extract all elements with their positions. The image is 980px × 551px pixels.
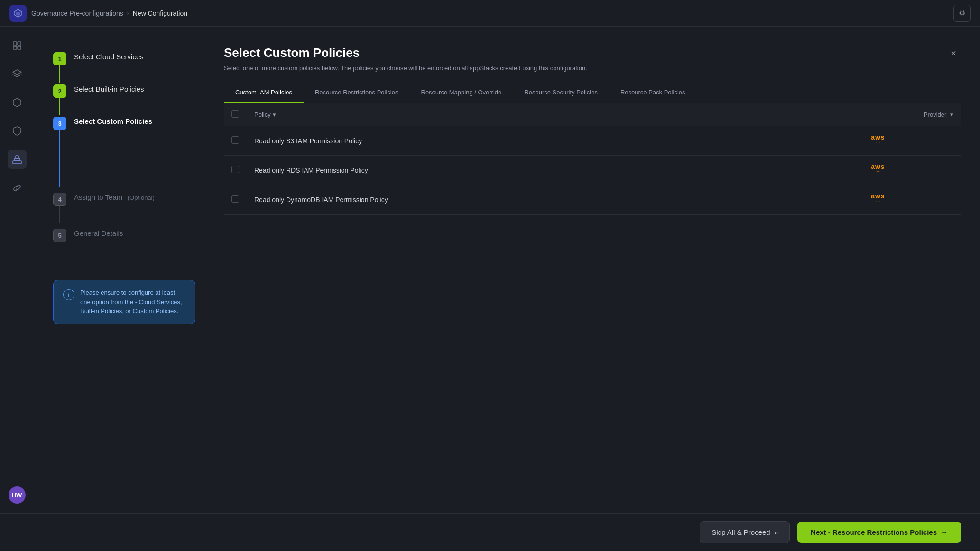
step-4-number: 4 xyxy=(53,193,66,206)
settings-icon: ⚙ xyxy=(959,9,965,18)
policy-tabs: Custom IAM Policies Resource Restriction… xyxy=(224,83,961,103)
policy-table: Policy ▾ Provider ▾ xyxy=(224,103,961,215)
step-1: 1 Select Cloud Services xyxy=(53,50,205,83)
policy-filter-icon[interactable]: ▾ xyxy=(273,111,276,118)
form-area: Select Custom Policies × Select one or m… xyxy=(224,46,961,494)
sidebar-item-link[interactable] xyxy=(8,178,27,197)
step-4-optional: (Optional) xyxy=(128,194,155,201)
row-3-checkbox[interactable] xyxy=(231,195,239,203)
row-2-provider: aws ⌒ xyxy=(795,156,961,185)
step-4-label: Assign to Team xyxy=(74,191,122,201)
form-header: Select Custom Policies × xyxy=(224,46,961,61)
row-1-policy: Read only S3 IAM Permission Policy xyxy=(247,126,795,156)
content-area: 1 Select Cloud Services 2 Select Built-i… xyxy=(34,27,980,513)
row-1-checkbox[interactable] xyxy=(231,136,239,144)
tab-resource-pack[interactable]: Resource Pack Policies xyxy=(609,83,697,103)
user-avatar[interactable]: HW xyxy=(9,486,26,504)
row-2-checkbox[interactable] xyxy=(231,166,239,173)
tab-resource-restrictions[interactable]: Resource Restrictions Policies xyxy=(304,83,410,103)
svg-rect-0 xyxy=(13,42,17,45)
provider-filter-icon[interactable]: ▾ xyxy=(950,111,953,118)
sidebar-item-shield[interactable] xyxy=(8,121,27,140)
svg-rect-4 xyxy=(13,161,21,164)
sidebar-item-governance[interactable] xyxy=(8,150,27,169)
step-1-number: 1 xyxy=(53,52,66,65)
table-row: Read only S3 IAM Permission Policy aws ⌒ xyxy=(224,126,961,156)
step-1-label: Select Cloud Services xyxy=(74,50,144,61)
info-icon: i xyxy=(63,289,74,300)
row-3-policy: Read only DynamoDB IAM Permission Policy xyxy=(247,185,795,215)
svg-rect-6 xyxy=(16,156,18,158)
row-1-provider: aws ⌒ xyxy=(795,126,961,156)
table-row: Read only RDS IAM Permission Policy aws … xyxy=(224,156,961,185)
col-provider-header: Provider ▾ xyxy=(795,103,961,126)
app-logo xyxy=(9,5,27,22)
sidebar-nav: HW xyxy=(0,27,34,513)
row-2-policy: Read only RDS IAM Permission Policy xyxy=(247,156,795,185)
svg-rect-3 xyxy=(18,46,21,49)
breadcrumb-current: New Configuration xyxy=(133,9,187,17)
step-3-label: Select Custom Policies xyxy=(74,115,152,125)
steps-list: 1 Select Cloud Services 2 Select Built-i… xyxy=(53,46,205,242)
step-3-number: 3 xyxy=(53,117,66,130)
info-text: Please ensure to configure at least one … xyxy=(80,288,185,316)
sidebar-item-pages[interactable] xyxy=(8,36,27,55)
col-policy-header: Policy ▾ xyxy=(247,103,795,126)
row-3-provider: aws ⌒ xyxy=(795,185,961,215)
table-row: Read only DynamoDB IAM Permission Policy… xyxy=(224,185,961,215)
select-all-checkbox[interactable] xyxy=(231,110,239,118)
settings-button[interactable]: ⚙ xyxy=(953,5,971,22)
step-2-number: 2 xyxy=(53,84,66,98)
svg-rect-5 xyxy=(14,158,20,161)
step-2-label: Select Built-in Policies xyxy=(74,83,144,93)
close-button[interactable]: × xyxy=(946,46,961,61)
svg-rect-2 xyxy=(13,46,17,49)
info-box: i Please ensure to configure at least on… xyxy=(53,280,195,324)
skip-icon: » xyxy=(774,528,778,536)
step-5-label: General Details xyxy=(74,227,123,237)
step-2: 2 Select Built-in Policies xyxy=(53,83,205,115)
step-4: 4 Assign to Team (Optional) xyxy=(53,191,205,223)
sidebar-item-hexagon[interactable] xyxy=(8,93,27,112)
step-5: 5 General Details xyxy=(53,227,205,242)
next-button[interactable]: Next - Resource Restrictions Policies → xyxy=(797,522,961,543)
tab-resource-mapping[interactable]: Resource Mapping / Override xyxy=(410,83,513,103)
svg-rect-1 xyxy=(18,42,21,45)
next-icon: → xyxy=(941,528,948,536)
step-3: 3 Select Custom Policies xyxy=(53,115,205,187)
topbar: Governance Pre-configurations › New Conf… xyxy=(0,0,980,27)
sidebar-item-layers[interactable] xyxy=(8,65,27,84)
skip-all-button[interactable]: Skip All & Proceed » xyxy=(700,521,790,543)
breadcrumb-parent[interactable]: Governance Pre-configurations xyxy=(31,9,123,17)
steps-panel: 1 Select Cloud Services 2 Select Built-i… xyxy=(53,46,205,494)
skip-label: Skip All & Proceed xyxy=(712,528,770,536)
bottom-bar: Skip All & Proceed » Next - Resource Res… xyxy=(0,513,980,551)
form-subtitle: Select one or more custom policies below… xyxy=(224,65,961,72)
form-title: Select Custom Policies xyxy=(224,46,360,60)
tab-resource-security[interactable]: Resource Security Policies xyxy=(513,83,609,103)
breadcrumb-separator: › xyxy=(127,10,129,17)
next-label: Next - Resource Restrictions Policies xyxy=(811,528,937,536)
tab-custom-iam[interactable]: Custom IAM Policies xyxy=(224,83,304,103)
breadcrumb: Governance Pre-configurations › New Conf… xyxy=(31,9,187,17)
step-5-number: 5 xyxy=(53,229,66,242)
